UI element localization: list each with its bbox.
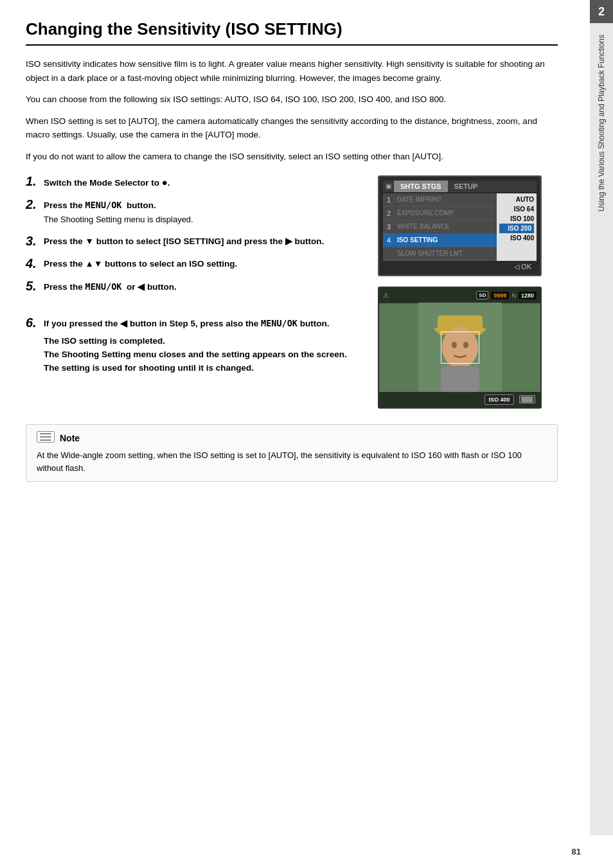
step-6-sub-2: The Shooting Setting menu closes and the… — [44, 348, 347, 362]
battery-icon: ▓▓▓ — [519, 395, 536, 403]
step-5-content: Press the MENU/OK or ◀ button. — [44, 280, 365, 294]
main-content: Changing the Sensitivity (ISO SETTING) I… — [0, 0, 590, 868]
intro-para-4: If you do not want to allow the camera t… — [26, 150, 558, 164]
iso-badge: ISO 400 — [484, 394, 513, 405]
focus-bracket — [441, 332, 479, 364]
menu-value-4: ISO 200 — [499, 224, 534, 233]
note-icon — [37, 431, 55, 445]
step-2-main: Press the MENU/OK button. — [44, 200, 156, 210]
camera-bottom-bar: ISO 400 ▓▓▓ — [379, 392, 540, 407]
steps-right: ▣ SHTG STGS SETUP 1 DATE IMPRINT — [378, 175, 558, 409]
step-4-number: 4. — [26, 256, 40, 271]
menu-row-5-num — [383, 247, 395, 260]
menu-row-4-label: ISO SETTING — [395, 234, 497, 246]
note-line-1 — [40, 433, 51, 434]
menu-value-5: ISO 400 — [499, 233, 534, 243]
sidebar-tab: 2 Using the Various Shooting and Playbac… — [590, 0, 613, 835]
intro-para-1: ISO sensitivity indicates how sensitive … — [26, 57, 558, 85]
menu-rows-labels: 1 DATE IMPRINT 2 EXPOSURE COMP. 3 — [383, 193, 497, 261]
person-portrait-area — [379, 303, 540, 392]
menu-row-3: 3 WHITE BALANCE — [383, 220, 497, 234]
step-6-content: If you pressed the ◀ button in Step 5, p… — [44, 317, 347, 375]
chapter-number: 2 — [590, 0, 613, 23]
menu-row-1-label: DATE IMPRINT — [395, 193, 497, 206]
step-2: 2. Press the MENU/OK button. The Shootin… — [26, 199, 365, 226]
step-3-content: Press the ▼ button to select [ISO SETTIN… — [44, 235, 365, 248]
step-2-number: 2. — [26, 197, 40, 212]
menu-row-1: 1 DATE IMPRINT — [383, 193, 497, 207]
note-icon-lines — [37, 431, 55, 443]
intro-para-2: You can choose from the following six IS… — [26, 93, 558, 107]
note-line-2 — [40, 436, 51, 438]
step-6-number: 6. — [26, 315, 40, 330]
camera-mode-badge: SD — [476, 291, 488, 299]
step-3-number: 3. — [26, 234, 40, 249]
page-container: 2 Using the Various Shooting and Playbac… — [0, 0, 613, 868]
menu-value-1: AUTO — [499, 195, 534, 204]
step-6-main: If you pressed the ◀ button in Step 5, p… — [44, 319, 329, 328]
menu-tab-inactive: SETUP — [448, 181, 484, 192]
menu-row-1-num: 1 — [383, 193, 395, 206]
step-4-content: Press the ▲▼ buttons to select an ISO se… — [44, 258, 365, 270]
menu-value-2: ISO 64 — [499, 204, 534, 214]
steps-left: 1. Switch the Mode Selector to ●. 2. Pre… — [26, 175, 378, 409]
step-5-number: 5. — [26, 279, 40, 294]
camera-shots: 1280 — [519, 292, 537, 299]
menu-values-column: AUTO ISO 64 ISO 100 ISO 200 ISO 400 — [497, 193, 537, 261]
note-box: Note At the Wide-angle zoom setting, whe… — [26, 424, 558, 482]
camera-divider: N — [511, 292, 516, 299]
step-1-number: 1. — [26, 174, 40, 189]
step-6-sub-1: The ISO setting is completed. — [44, 335, 347, 348]
step-2-sub: The Shooting Setting menu is displayed. — [44, 214, 365, 226]
menu-rows-container: 1 DATE IMPRINT 2 EXPOSURE COMP. 3 — [383, 193, 537, 261]
steps-section: 1. Switch the Mode Selector to ●. 2. Pre… — [26, 175, 558, 409]
menu-row-2: 2 EXPOSURE COMP. — [383, 207, 497, 220]
menu-row-5-label: SLOW SHUTTER LMT — [395, 247, 497, 260]
menu-row-2-label: EXPOSURE COMP. — [395, 207, 497, 219]
menu-row-3-num: 3 — [383, 220, 395, 233]
note-line-3 — [40, 439, 51, 441]
step-4: 4. Press the ▲▼ buttons to select an ISO… — [26, 258, 365, 271]
step-1: 1. Switch the Mode Selector to ●. — [26, 175, 365, 190]
sidebar-label: Using the Various Shooting and Playback … — [597, 30, 606, 217]
step-6-sub: The ISO setting is completed. The Shooti… — [44, 335, 347, 375]
menu-row-3-label: WHITE BALANCE — [395, 220, 497, 233]
menu-header: ▣ SHTG STGS SETUP — [383, 181, 537, 192]
menu-row-4: 4 ISO SETTING — [383, 234, 497, 247]
step-2-content: Press the MENU/OK button. The Shooting S… — [44, 199, 365, 226]
menu-ok-label: ◁ OK — [383, 263, 537, 271]
menu-value-3: ISO 100 — [499, 214, 534, 224]
step-5-text: Press the MENU/OK or ◀ button. — [44, 282, 177, 292]
menu-screenshot: ▣ SHTG STGS SETUP 1 DATE IMPRINT — [378, 175, 542, 276]
note-title: Note — [60, 433, 80, 443]
menu-row-5: SLOW SHUTTER LMT — [383, 247, 497, 261]
step-3: 3. Press the ▼ button to select [ISO SET… — [26, 235, 365, 249]
camera-flash-icon: ⚠ — [383, 292, 389, 299]
svg-rect-6 — [441, 366, 479, 393]
intro-para-3: When ISO setting is set to [AUTO], the c… — [26, 114, 558, 142]
page-number: 81 — [572, 847, 581, 856]
menu-row-2-num: 2 — [383, 207, 395, 220]
step-6-sub-3: The setting is used for shooting until i… — [44, 362, 347, 375]
step-6: 6. If you pressed the ◀ button in Step 5… — [26, 317, 365, 375]
step-3-text: Press the ▼ button to select [ISO SETTIN… — [44, 236, 324, 246]
step-1-text: Switch the Mode Selector to ●. — [44, 178, 170, 188]
step-4-text: Press the ▲▼ buttons to select an ISO se… — [44, 259, 237, 269]
note-header: Note — [37, 431, 547, 445]
menu-row-4-num: 4 — [383, 234, 395, 247]
step-1-content: Switch the Mode Selector to ●. — [44, 175, 365, 190]
menu-tab-active: SHTG STGS — [394, 181, 448, 192]
camera-top-bar: ⚠ SD 9999 N 1280 — [379, 288, 540, 303]
page-title: Changing the Sensitivity (ISO SETTING) — [26, 19, 558, 46]
camera-viewfinder: ⚠ SD 9999 N 1280 — [378, 287, 542, 409]
step-5: 5. Press the MENU/OK or ◀ button. — [26, 280, 365, 294]
note-text: At the Wide-angle zoom setting, when the… — [37, 449, 547, 475]
camera-counter: 9999 — [491, 292, 509, 299]
